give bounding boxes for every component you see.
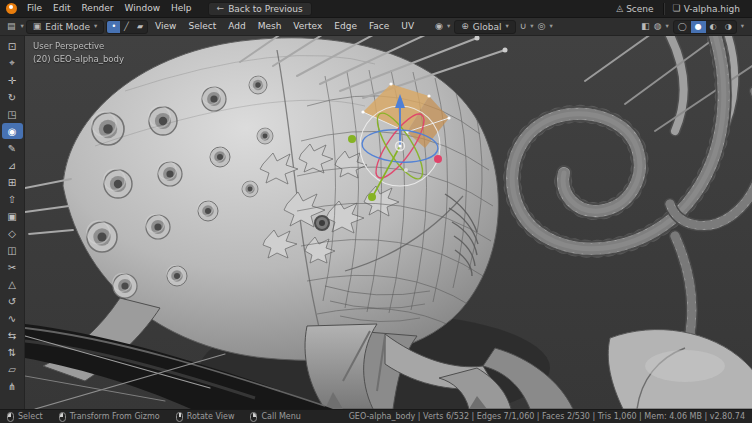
menu-render[interactable]: Render (77, 0, 119, 17)
tool-annotate[interactable]: ✎ (2, 140, 23, 156)
tool-shrink-fatten[interactable]: ⇅ (2, 344, 23, 360)
menu-edge[interactable]: Edge (329, 18, 362, 35)
snap-magnet-icon[interactable]: ∪ (520, 22, 527, 31)
scene-icon: ◬ (616, 4, 623, 13)
tool-spin[interactable]: ↺ (2, 293, 23, 309)
viewport-canvas[interactable] (25, 36, 752, 409)
menu-view[interactable]: View (150, 18, 181, 35)
edit-mode-icon: ▣ (33, 22, 42, 31)
view-layer-selector[interactable]: ❏ V-alpha.high (668, 4, 745, 14)
tool-poly-build[interactable]: △ (2, 276, 23, 292)
editor-type-caret-icon: ▾ (21, 23, 24, 30)
spin-icon: ↺ (8, 296, 16, 307)
gizmo-green-dot[interactable] (348, 135, 356, 143)
extrude-icon: ⇧ (8, 194, 16, 205)
head-eye (315, 216, 329, 230)
shading-material-button[interactable]: ◐ (706, 21, 721, 33)
menu-mesh[interactable]: Mesh (253, 18, 287, 35)
mouse-right-icon (250, 412, 257, 422)
topbar: File Edit Render Window Help ← Back to P… (0, 0, 752, 18)
tool-rip[interactable]: ⋔ (2, 378, 23, 394)
tool-measure[interactable]: ⊿ (2, 157, 23, 173)
shading-caret-icon: ▾ (741, 23, 744, 30)
view-layer-name: V-alpha.high (684, 4, 740, 14)
select-mode-group: • ╱ ▰ (106, 20, 148, 34)
tool-edge-slide[interactable]: ⇆ (2, 327, 23, 343)
shading-solid-button[interactable]: ● (691, 21, 706, 33)
back-to-previous-label: Back to Previous (228, 4, 303, 14)
transform-orientation-dropdown[interactable]: ⊕ Global ▾ (454, 20, 516, 34)
hint-select: Select (7, 412, 43, 422)
tool-bevel[interactable]: ◇ (2, 225, 23, 241)
orientation-label: Global (473, 22, 502, 32)
move-icon: ✛ (8, 75, 16, 86)
menu-add[interactable]: Add (223, 18, 250, 35)
tool-rotate[interactable]: ↻ (2, 89, 23, 105)
tool-smooth[interactable]: ∿ (2, 310, 23, 326)
tool-transform[interactable]: ◉ (2, 123, 23, 139)
mode-label: Edit Mode (45, 22, 90, 32)
tool-move[interactable]: ✛ (2, 72, 23, 88)
right-claw-leg (608, 330, 752, 409)
tool-knife[interactable]: ✂ (2, 259, 23, 275)
mode-dropdown[interactable]: ▣ Edit Mode ▾ (26, 20, 105, 34)
pivot-point-icon[interactable]: ◉ (435, 22, 443, 31)
hint-menu-label: Call Menu (261, 412, 300, 421)
tool-select-box[interactable]: ⊡ (2, 38, 23, 54)
tool-cursor[interactable]: ⌖ (2, 55, 23, 71)
view-layer-icon: ❏ (673, 4, 681, 13)
view-perspective-label: User Perspective (33, 40, 124, 53)
vertex-select-mode-button[interactable]: • (107, 21, 120, 33)
editor-type-icon[interactable]: ▤ (4, 22, 19, 31)
hint-call-menu: Call Menu (250, 412, 300, 422)
edge-slide-icon: ⇆ (8, 330, 16, 341)
menu-file[interactable]: File (22, 0, 47, 17)
proportional-editing-icon[interactable]: ◎ (538, 22, 546, 31)
shading-rendered-button[interactable]: ◑ (721, 21, 736, 33)
tool-extrude[interactable]: ⇧ (2, 191, 23, 207)
hint-rotate-view: Rotate View (176, 412, 235, 422)
viewport-header: ▤ ▾ ▣ Edit Mode ▾ • ╱ ▰ View Select Add … (0, 18, 752, 36)
face-select-mode-button[interactable]: ▰ (133, 21, 147, 33)
tool-loop-cut[interactable]: ◫ (2, 242, 23, 258)
viewport-3d[interactable]: User Perspective (20) GEO-alpha_body (25, 36, 752, 409)
tool-scale[interactable]: ◳ (2, 106, 23, 122)
xray-toggle-icon[interactable]: ◧ (641, 22, 650, 31)
separator (663, 3, 664, 15)
hint-transform-label: Transform From Gizmo (70, 412, 160, 421)
menu-vertex[interactable]: Vertex (288, 18, 327, 35)
tool-add-cube[interactable]: ⊞ (2, 174, 23, 190)
orientation-globe-icon: ⊕ (461, 22, 469, 31)
status-bar: Select Transform From Gizmo Rotate View … (0, 409, 752, 423)
hint-transform-gizmo: Transform From Gizmo (59, 412, 160, 422)
blender-logo-icon[interactable] (6, 3, 17, 14)
menu-window[interactable]: Window (120, 0, 166, 17)
scene-selector[interactable]: ◬ Scene (611, 4, 658, 14)
viewport-info-overlay: User Perspective (20) GEO-alpha_body (33, 40, 124, 66)
back-to-previous-button[interactable]: ← Back to Previous (208, 2, 312, 16)
menu-select[interactable]: Select (183, 18, 221, 35)
rip-icon: ⋔ (8, 381, 16, 392)
menu-uv[interactable]: UV (396, 18, 419, 35)
tool-inset[interactable]: ▣ (2, 208, 23, 224)
edge-select-mode-button[interactable]: ╱ (120, 21, 133, 33)
gizmo-red-dot[interactable] (434, 155, 442, 163)
overlays-icon[interactable]: ◍ (654, 22, 662, 31)
hint-rotate-label: Rotate View (187, 412, 235, 421)
poly-build-icon: △ (8, 279, 16, 290)
shading-wireframe-button[interactable]: ◯ (674, 21, 691, 33)
tentacle-spiral (512, 36, 724, 249)
scene-statistics: GEO-alpha_body | Verts 6/532 | Edges 7/1… (349, 412, 745, 421)
measure-icon: ⊿ (8, 160, 16, 171)
pivot-caret-icon: ▾ (447, 23, 450, 30)
bevel-icon: ◇ (8, 228, 16, 239)
snap-caret-icon: ▾ (530, 23, 533, 30)
overlays-caret-icon: ▾ (666, 23, 669, 30)
tool-select-box-icon: ⊡ (8, 41, 16, 52)
menu-face[interactable]: Face (364, 18, 394, 35)
menu-help[interactable]: Help (166, 0, 197, 17)
back-arrow-icon: ← (217, 4, 225, 13)
shrink-fatten-icon: ⇅ (8, 347, 16, 358)
menu-edit[interactable]: Edit (48, 0, 75, 17)
tool-shear[interactable]: ▱ (2, 361, 23, 377)
